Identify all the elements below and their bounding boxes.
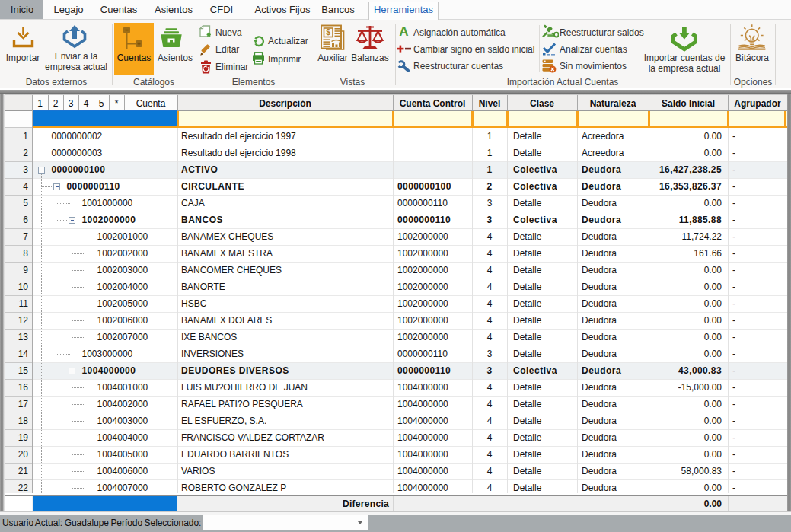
svg-text:$: $ xyxy=(326,27,330,37)
